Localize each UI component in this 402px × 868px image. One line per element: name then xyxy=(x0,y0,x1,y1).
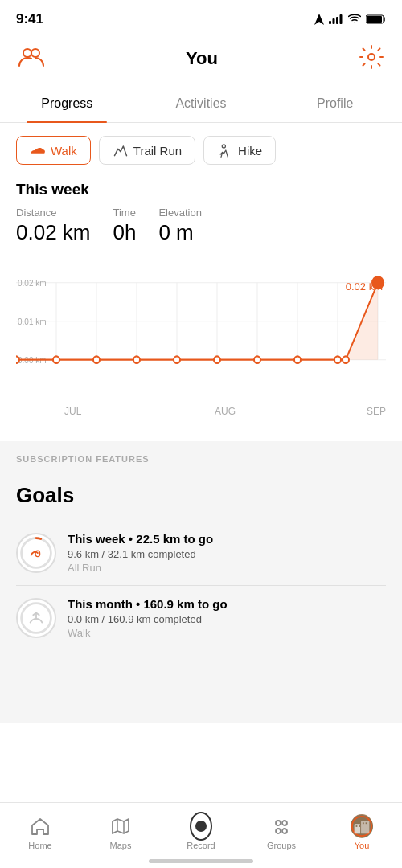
x-label-aug: AUG xyxy=(171,406,278,417)
goal-title-2: This month • 160.9 km to go xyxy=(68,597,228,611)
tab-progress[interactable]: Progress xyxy=(0,85,134,122)
nav-groups[interactable]: Groups xyxy=(241,803,322,855)
nav-groups-label: Groups xyxy=(267,841,296,850)
stat-distance: Distance 0.02 km xyxy=(16,207,91,245)
filter-hike[interactable]: Hike xyxy=(203,136,276,165)
goal-item-2[interactable]: This month • 160.9 km to go 0.0 km / 160… xyxy=(16,586,386,650)
goal-sub-2: 0.0 km / 160.9 km completed xyxy=(68,613,228,625)
chart-svg: 0.02 km 0.01 km 0.00 km xyxy=(16,274,386,403)
chart-area: 0.02 km 0.01 km 0.00 km xyxy=(16,274,386,403)
subscription-label: SUBSCRIPTION FEATURES xyxy=(16,454,386,464)
svg-rect-47 xyxy=(355,824,360,833)
hike-icon xyxy=(217,143,233,158)
x-label-jul: JUL xyxy=(16,406,171,417)
x-label-sep: SEP xyxy=(279,406,386,417)
goal-icon-1 xyxy=(16,533,56,573)
svg-rect-50 xyxy=(359,825,360,827)
maps-icon xyxy=(109,815,132,837)
svg-rect-5 xyxy=(367,16,382,23)
chart-x-labels: JUL AUG SEP xyxy=(16,403,386,417)
svg-point-6 xyxy=(23,49,31,57)
location-icon xyxy=(314,14,324,25)
header-title: You xyxy=(186,48,218,69)
chart-container: 0.02 km 0.02 km 0.01 km 0.00 km xyxy=(0,274,402,435)
svg-rect-1 xyxy=(333,18,335,24)
goal-info-2: This month • 160.9 km to go 0.0 km / 160… xyxy=(68,597,228,639)
header: You xyxy=(0,35,402,85)
svg-point-37 xyxy=(22,538,51,568)
svg-point-8 xyxy=(368,54,375,60)
nav-maps[interactable]: Maps xyxy=(80,803,161,855)
filter-trail-run[interactable]: Trail Run xyxy=(99,136,195,165)
you-avatar xyxy=(351,814,373,838)
svg-rect-48 xyxy=(361,821,369,833)
svg-point-32 xyxy=(254,356,260,363)
svg-point-36 xyxy=(371,276,384,289)
nav-you[interactable]: You xyxy=(322,803,402,855)
users-icon[interactable] xyxy=(16,42,47,76)
status-bar: 9:41 xyxy=(0,0,402,35)
svg-rect-2 xyxy=(336,17,338,24)
svg-text:0.01 km: 0.01 km xyxy=(18,317,47,326)
svg-rect-0 xyxy=(329,21,331,24)
svg-point-34 xyxy=(334,356,341,363)
svg-point-7 xyxy=(31,49,39,57)
svg-point-44 xyxy=(282,829,287,833)
tab-profile[interactable]: Profile xyxy=(268,85,402,122)
record-icon xyxy=(190,815,212,837)
svg-point-42 xyxy=(282,821,287,825)
battery-icon xyxy=(366,14,386,24)
trail-icon xyxy=(113,143,129,158)
tab-activities[interactable]: Activities xyxy=(134,85,269,122)
goals-title: Goals xyxy=(16,483,386,508)
this-week-title: This week xyxy=(16,181,386,199)
svg-point-31 xyxy=(214,356,220,363)
nav-record[interactable]: Record xyxy=(161,803,241,855)
status-icons xyxy=(314,14,386,25)
you-icon xyxy=(351,815,373,837)
groups-icon xyxy=(270,815,293,837)
svg-rect-52 xyxy=(366,822,367,824)
tabs: Progress Activities Profile xyxy=(0,85,402,123)
svg-point-27 xyxy=(53,356,59,363)
goal-sub-1: 9.6 km / 32.1 km completed xyxy=(68,548,213,560)
home-indicator xyxy=(149,859,253,863)
stat-elevation: Elevation 0 m xyxy=(158,207,201,245)
filter-walk[interactable]: Walk xyxy=(16,136,91,165)
svg-point-35 xyxy=(343,356,349,363)
stats-row: Distance 0.02 km Time 0h Elevation 0 m xyxy=(16,207,386,245)
svg-point-33 xyxy=(294,356,301,363)
goal-title-1: This week • 22.5 km to go xyxy=(68,532,213,546)
svg-point-28 xyxy=(93,356,100,363)
goal-type-2: Walk xyxy=(68,627,228,639)
goals-section: Goals This week • 22.5 km to go 9.6 km /… xyxy=(0,477,402,650)
svg-point-29 xyxy=(133,356,140,363)
nav-maps-label: Maps xyxy=(110,841,132,850)
svg-point-26 xyxy=(16,356,19,363)
nav-record-label: Record xyxy=(187,841,215,850)
subscription-section: SUBSCRIPTION FEATURES xyxy=(0,441,402,477)
nav-home-label: Home xyxy=(28,841,51,850)
bottom-nav: Home Maps Record Groups xyxy=(0,802,402,868)
activity-filter: Walk Trail Run Hike xyxy=(0,123,402,178)
goal-info-1: This week • 22.5 km to go 9.6 km / 32.1 … xyxy=(68,532,213,574)
nav-you-label: You xyxy=(355,841,370,850)
svg-point-43 xyxy=(276,829,281,833)
shoe-icon xyxy=(30,144,46,157)
settings-icon[interactable] xyxy=(357,43,386,75)
goal-item-1[interactable]: This week • 22.5 km to go 9.6 km / 32.1 … xyxy=(16,521,386,586)
svg-rect-3 xyxy=(340,14,343,24)
svg-text:0.02 km: 0.02 km xyxy=(18,279,47,288)
home-icon xyxy=(29,815,51,837)
nav-home[interactable]: Home xyxy=(0,803,80,855)
status-time: 9:41 xyxy=(16,11,43,27)
signal-icon xyxy=(329,14,343,24)
wifi-icon xyxy=(348,14,361,24)
svg-rect-49 xyxy=(356,825,358,827)
stat-time: Time 0h xyxy=(113,207,137,245)
svg-point-41 xyxy=(276,821,281,825)
svg-point-9 xyxy=(222,145,225,148)
svg-point-30 xyxy=(174,356,180,363)
this-week-section: This week Distance 0.02 km Time 0h Eleva… xyxy=(0,178,402,255)
goal-type-1: All Run xyxy=(68,562,213,574)
